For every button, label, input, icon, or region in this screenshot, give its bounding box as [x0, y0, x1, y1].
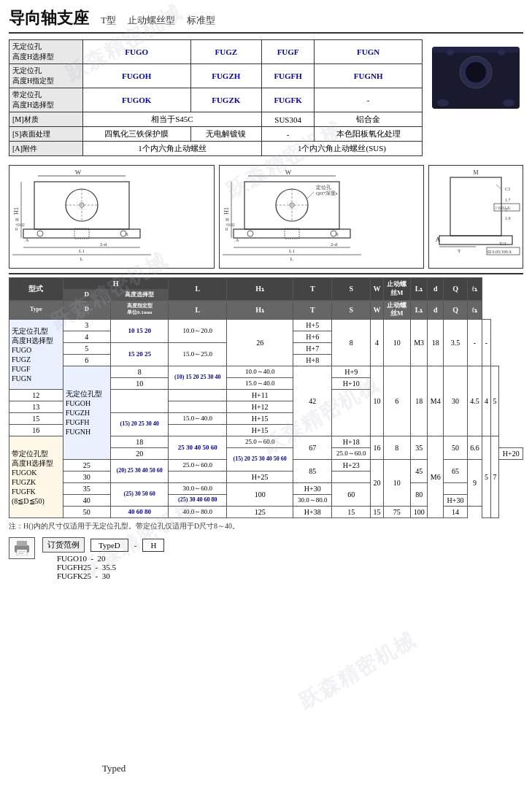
H1-35: H+30	[293, 483, 332, 495]
d-13: 13	[9, 401, 63, 413]
svg-point-16	[37, 231, 43, 236]
drawing-section: W H1 H +0.02	[9, 165, 523, 269]
L1-25: 65	[444, 460, 467, 483]
page: 跃森精密机械 跃森精密机械 跃森精密机械 跃森精密机械 跃森精密机械 跃森精密机…	[0, 0, 532, 789]
order-h-label: H	[142, 539, 164, 552]
order-separator: -	[134, 541, 137, 550]
M-18: M6	[428, 436, 444, 518]
svg-rect-76	[18, 551, 26, 553]
th-L-sub: L	[169, 300, 227, 319]
drawing-1: W H1 H +0.02	[9, 165, 215, 269]
W-18: 35	[411, 436, 428, 460]
th-W: W	[371, 278, 383, 301]
printer-icon[interactable]	[9, 537, 35, 559]
T-3: 8	[332, 320, 371, 366]
svg-point-2	[503, 99, 514, 107]
svg-rect-58	[450, 177, 501, 236]
cell-aluminum: 铝合金	[315, 112, 423, 127]
svg-text:A: A	[236, 238, 239, 242]
d-6: 6	[63, 355, 110, 366]
d-50: 50	[63, 507, 110, 518]
th-T: T	[293, 278, 332, 301]
table-header-row-3: Type D 高度指定型单位0.1mm L H₁ T S W 止动螺丝M L₁ …	[9, 300, 523, 319]
L-50: 125	[227, 507, 293, 518]
cell-accessory-2: 1个内六角止动螺丝(SUS)	[261, 142, 422, 156]
svg-line-40	[307, 192, 314, 199]
d-10: 10	[110, 378, 169, 390]
d-5: 5	[63, 343, 110, 355]
cell-fugok: FUGOK	[82, 88, 190, 112]
svg-text:1.7: 1.7	[505, 198, 511, 202]
main-title: 导向轴支座	[9, 7, 89, 29]
L1-3: 18	[428, 320, 444, 366]
M-8: M4	[428, 366, 444, 436]
d-30: 30	[63, 472, 110, 483]
order-label: 订货范例	[42, 537, 85, 553]
T-8: 10	[371, 366, 383, 436]
cell-fugo: FUGO	[82, 40, 190, 64]
th-H1: H₁	[227, 278, 293, 301]
cell-dash: -	[315, 88, 423, 112]
table-row: 50 40 60 80 40.0～80.0 125 H+38 15 15 75 …	[9, 507, 523, 518]
drawing-svg-2: W 定位孔 QH7深度e	[223, 169, 361, 263]
svg-point-42	[247, 231, 253, 236]
row-label-surface: [S]表面处理	[9, 127, 83, 142]
table-row: 35 (25) 30 50 60 30.0～60.0 100 H+30 60 8…	[9, 483, 523, 495]
H1-4: H+6	[293, 331, 332, 343]
row-label-material: [M]材质	[9, 112, 83, 127]
H1-12: H+11	[227, 390, 293, 401]
order-content: 订货范例 TypeD - H FUGO10 - 20 FUGFH25 - 35.…	[42, 537, 164, 580]
L1-50: 100	[411, 507, 428, 518]
th-D: D	[63, 290, 110, 301]
svg-text:H1: H1	[223, 207, 230, 215]
th-D-sub: D	[63, 300, 110, 319]
svg-point-1	[437, 99, 449, 107]
L-25: 85	[293, 460, 332, 483]
hs-18: 25 30 40 50 60	[169, 436, 227, 460]
H1-3: H+5	[293, 320, 332, 331]
th-H1-sub: H₁	[227, 300, 293, 319]
svg-text:H: H	[225, 217, 229, 222]
W-25: 45	[411, 460, 428, 483]
cell-fugoh: FUGOH	[82, 64, 190, 88]
Q-3: -	[467, 320, 482, 366]
hs-3: 10 15 20	[110, 320, 169, 343]
hp-5: 15.0～25.0	[169, 343, 227, 366]
th-d-sub: d	[428, 300, 444, 319]
cell-fugnh: FUGNH	[315, 64, 423, 88]
S-25: 10	[383, 460, 410, 507]
L-18: 67	[293, 436, 332, 460]
hs-20: (15) 20 25 30 40 50 60	[227, 448, 293, 472]
L-8: 42	[293, 366, 332, 436]
hp-15: 15.0～40.0	[169, 413, 227, 425]
S-50: 15	[371, 507, 383, 518]
cell-surface-2: 无电解镀镍	[190, 127, 261, 142]
type-label-3: 带定位孔型高度H选择型FUGOKFUGZKFUGFK(8≦D≦50)	[9, 436, 63, 518]
d-40: 40	[63, 495, 110, 507]
d-val-3: 3.5	[444, 320, 467, 366]
top-left: 无定位孔高度H选择型 FUGO FUGZ FUGF FUGN 无定位孔高度H指定…	[9, 39, 423, 161]
cell-fugfk: FUGFK	[261, 88, 314, 112]
d-18: 18	[110, 436, 169, 448]
hs-35: (25) 30 50 60	[110, 483, 169, 507]
H1-15: H+15	[227, 413, 293, 425]
th-Q: Q	[444, 278, 467, 301]
th-type: 型式	[9, 278, 63, 301]
svg-text:L1: L1	[79, 248, 85, 254]
product-type-table: 无定位孔高度H选择型 FUGO FUGZ FUGF FUGN 无定位孔高度H指定…	[9, 39, 423, 156]
th-height-select: 高度选择型	[110, 290, 169, 301]
H1-8: H+9	[332, 366, 371, 378]
cell-s45c: 相当于S45C	[82, 112, 261, 127]
table-row: 无定位孔型高度H选择型FUGOFUGZFUGFFUGN 3 10 15 20 1…	[9, 320, 523, 331]
H1-40: H+30	[444, 495, 467, 507]
hs-15: (15) 20 25 30 40	[110, 413, 169, 436]
hp-35: 30.0～60.0	[169, 483, 227, 495]
type-label-1: 无定位孔型高度H选择型FUGOFUGZFUGFFUGN	[9, 320, 63, 390]
th-l1-sub: ℓ₁	[467, 300, 482, 319]
row-label-accessory: [A]附件	[9, 142, 83, 156]
d-val-50: 14	[444, 507, 467, 518]
hs-50: 40 60 80	[110, 507, 169, 518]
d-3: 3	[63, 320, 110, 331]
T-18: 16	[371, 436, 383, 460]
subtitle-1: T型	[101, 14, 116, 27]
